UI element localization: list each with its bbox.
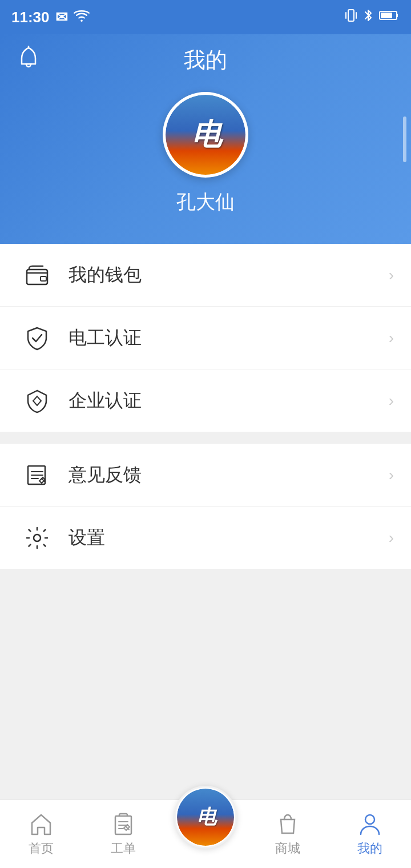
edit-icon — [23, 461, 51, 489]
scroll-indicator — [403, 116, 406, 162]
menu-item-settings[interactable]: 设置 › — [0, 507, 411, 569]
mine-label: 我的 — [357, 840, 382, 857]
wallet-arrow: › — [389, 266, 394, 284]
orders-label: 工单 — [111, 840, 136, 857]
status-left: 11:30 ✉ — [11, 9, 90, 26]
bluetooth-icon — [363, 8, 373, 26]
menu-item-electrician-cert[interactable]: 电工认证 › — [0, 307, 411, 369]
wallet-icon — [23, 261, 51, 290]
bell-icon[interactable] — [17, 46, 40, 75]
menu-item-wallet[interactable]: 我的钱包 › — [0, 244, 411, 307]
home-label: 首页 — [29, 840, 54, 857]
shield-check-icon — [23, 324, 51, 352]
diamond-shield-icon — [23, 387, 51, 415]
menu-section: 我的钱包 › 电工认证 › 企业认证 › — [0, 244, 411, 432]
electrician-cert-label: 电工认证 — [68, 326, 142, 351]
feedback-label: 意见反馈 — [68, 463, 142, 488]
enterprise-cert-label: 企业认证 — [68, 388, 142, 413]
user-icon — [357, 811, 382, 837]
status-right — [345, 8, 400, 26]
nav-item-orders[interactable]: 工单 — [82, 800, 164, 868]
shopping-bag-icon — [275, 811, 300, 837]
svg-point-0 — [80, 19, 83, 22]
nav-item-home[interactable]: 首页 — [0, 800, 82, 868]
status-bar: 11:30 ✉ — [0, 0, 411, 34]
bottom-nav: 首页 工单 电 商城 我的 — [0, 799, 411, 868]
wifi-icon — [74, 9, 90, 26]
electrician-cert-arrow: › — [389, 329, 394, 347]
home-icon — [29, 811, 54, 837]
settings-icon — [23, 524, 51, 552]
section-divider-1 — [0, 432, 411, 444]
feedback-arrow: › — [389, 466, 394, 484]
menu-item-enterprise-cert[interactable]: 企业认证 › — [0, 369, 411, 432]
nav-item-shop[interactable]: 商城 — [247, 800, 329, 868]
battery-icon — [379, 10, 400, 25]
svg-rect-1 — [348, 10, 354, 21]
avatar[interactable]: 电 — [163, 92, 248, 178]
profile-header: 我的 电 孔大仙 — [0, 34, 411, 244]
svg-point-13 — [365, 815, 374, 824]
nav-item-mine[interactable]: 我的 — [329, 800, 411, 868]
menu-item-feedback[interactable]: 意见反馈 › — [0, 444, 411, 507]
svg-rect-5 — [381, 13, 392, 18]
shop-label: 商城 — [275, 840, 300, 857]
gray-spacer — [0, 569, 411, 799]
svg-point-11 — [34, 535, 41, 541]
settings-arrow: › — [389, 529, 394, 547]
username: 孔大仙 — [176, 189, 235, 215]
wallet-label: 我的钱包 — [68, 263, 142, 288]
center-logo-button[interactable]: 电 — [174, 786, 237, 849]
nav-item-center[interactable]: 电 — [164, 783, 247, 851]
status-time: 11:30 — [11, 9, 50, 26]
message-icon: ✉ — [55, 9, 68, 26]
enterprise-cert-arrow: › — [389, 392, 394, 410]
menu-section-2: 意见反馈 › 设置 › — [0, 444, 411, 569]
settings-label: 设置 — [68, 525, 105, 550]
svg-rect-9 — [41, 276, 46, 281]
vibrate-icon — [345, 8, 357, 26]
page-title: 我的 — [184, 46, 227, 75]
clipboard-icon — [111, 811, 136, 837]
